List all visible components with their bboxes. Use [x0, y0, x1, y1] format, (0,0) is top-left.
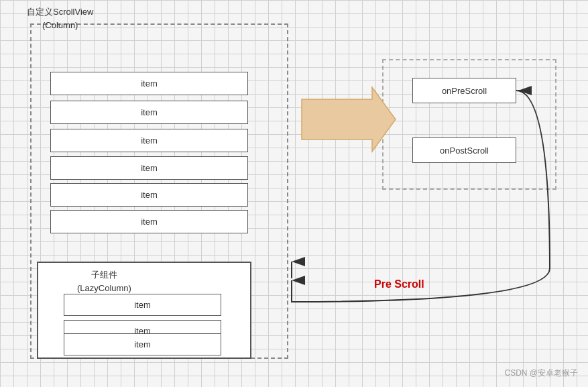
column-item-4: item — [50, 156, 248, 180]
watermark: CSDN @安卓老猴子 — [504, 368, 578, 379]
column-item-1: item — [50, 72, 248, 95]
on-post-scroll-box: onPostScroll — [412, 137, 516, 163]
child-box-title: 子组件 (LazyColumn) — [77, 268, 131, 294]
on-pre-scroll-box: onPreScroll — [412, 78, 516, 103]
left-box-title: 自定义ScrollView (Column) — [27, 5, 93, 32]
lazy-item-1: item — [64, 294, 221, 316]
column-item-2: item — [50, 101, 248, 124]
column-item-6: item — [50, 210, 248, 233]
diagram-container: 自定义ScrollView (Column) item item item it… — [0, 0, 588, 387]
right-arrow-shape — [302, 87, 396, 152]
pre-scroll-label: Pre Scroll — [374, 278, 424, 290]
column-item-3: item — [50, 129, 248, 152]
lazy-item-3: item — [64, 333, 221, 355]
column-item-5: item — [50, 183, 248, 207]
